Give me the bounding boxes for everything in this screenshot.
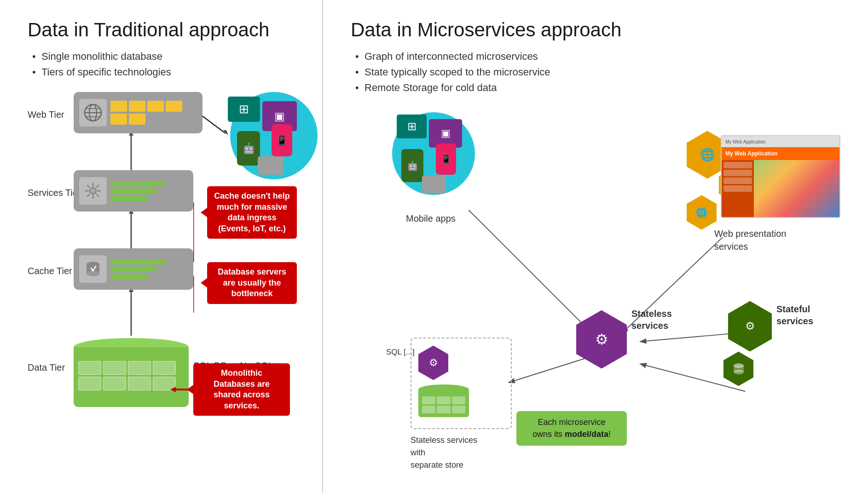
right-bullet-2: State typically scoped to the microservi… bbox=[355, 66, 850, 78]
services-tier-icon bbox=[79, 177, 107, 205]
mobile-pink: 📱 bbox=[436, 143, 456, 175]
svg-line-24 bbox=[469, 210, 591, 332]
webapp-body bbox=[722, 160, 839, 218]
svg-marker-19 bbox=[170, 387, 176, 392]
cache-tier-content bbox=[110, 259, 166, 279]
webapp-screenshot: My Web Application My Web Application bbox=[721, 135, 840, 218]
callout-arrow-cache bbox=[193, 202, 216, 262]
stateful-services-label: Statefulservices bbox=[776, 303, 813, 327]
services-tier-box bbox=[74, 170, 193, 212]
mobile-android: 🤖 bbox=[401, 149, 423, 182]
data-cylinder-grid bbox=[78, 361, 176, 390]
right-bullets: Graph of interconnected microservices St… bbox=[351, 51, 850, 94]
devices-cluster: ⊞ ▣ 🤖 📱 bbox=[221, 87, 322, 189]
sql-label: SQL [...] bbox=[386, 347, 415, 358]
stateless-with-store-label: Stateless serviceswithseparate store bbox=[411, 434, 477, 471]
right-panel: Data in Microservices approach Graph of … bbox=[322, 0, 868, 493]
hex-orange-globe-3: 🌐 bbox=[687, 195, 717, 229]
android-device: 🤖 bbox=[237, 131, 260, 166]
monolithic-callout: Monolithic Databases are shared across s… bbox=[193, 363, 290, 416]
left-title: Data in Traditional approach bbox=[28, 18, 308, 41]
data-tier-label: Data Tier bbox=[28, 362, 65, 373]
stateless-small-hex: ⚙ bbox=[418, 345, 448, 380]
services-tier-label: Services Tier bbox=[28, 188, 81, 198]
webapp-sidebar bbox=[722, 160, 754, 218]
left-bullets: Single monolithic database Tiers of spec… bbox=[28, 51, 308, 78]
green-callout: Each microserviceowns its model/data! bbox=[516, 411, 627, 445]
stateful-large-hex: ⚙ bbox=[728, 301, 772, 351]
db-bottleneck-callout: Database servers are usually the bottlen… bbox=[207, 262, 297, 304]
central-hex-purple: ⚙ bbox=[576, 310, 627, 368]
svg-point-32 bbox=[734, 370, 744, 374]
webapp-map bbox=[754, 160, 839, 218]
cache-tier-label: Cache Tier bbox=[28, 266, 72, 276]
left-panel: Data in Traditional approach Single mono… bbox=[0, 0, 322, 493]
sql-small-cylinder bbox=[418, 384, 469, 421]
bullet-2: Tiers of specific technologies bbox=[32, 66, 308, 78]
cache-tier-box bbox=[74, 248, 193, 290]
web-tier-label: Web Tier bbox=[28, 109, 64, 120]
mac-device bbox=[258, 156, 283, 175]
cache-callout: Cache doesn't help much for massive data… bbox=[207, 186, 297, 239]
callout-arrow bbox=[170, 385, 193, 394]
cache-tier-icon bbox=[79, 255, 107, 283]
stateful-sub-group bbox=[723, 351, 753, 386]
stateless-services-label: Statelessservices bbox=[631, 308, 687, 332]
mobile-mac bbox=[422, 176, 446, 193]
mobile-apps-cluster: ⊞ ▣ 🤖 📱 bbox=[388, 108, 489, 209]
web-tier-content bbox=[110, 101, 184, 125]
svg-point-14 bbox=[91, 189, 95, 193]
right-bullet-3: Remote Storage for cold data bbox=[355, 82, 850, 94]
stateless-services-box: ⚙ SQL [...] bbox=[411, 338, 512, 429]
mobile-windows: ⊞ bbox=[397, 115, 427, 138]
right-bullet-1: Graph of interconnected microservices bbox=[355, 51, 850, 63]
web-presentation-label: Web presentationservices bbox=[714, 227, 786, 253]
right-title: Data in Microservices approach bbox=[351, 18, 850, 41]
web-tier-icon bbox=[79, 99, 107, 126]
mobile-apps-label: Mobile apps bbox=[406, 213, 456, 224]
bullet-1: Single monolithic database bbox=[32, 51, 308, 63]
web-tier-box bbox=[74, 92, 203, 133]
pink-device: 📱 bbox=[272, 124, 292, 156]
traditional-diagram: Web Tier Services Tier Cache Tier Data T… bbox=[28, 92, 313, 423]
webapp-title-bar: My Web Application bbox=[722, 147, 839, 160]
stateful-small-hex-1 bbox=[723, 351, 753, 386]
callout-arrow-db bbox=[193, 276, 216, 313]
windows-device: ⊞ bbox=[228, 97, 260, 122]
webapp-header: My Web Application bbox=[722, 136, 839, 147]
webapp-main bbox=[754, 160, 839, 218]
microservices-diagram: ⊞ ▣ 🤖 📱 Mobile apps 🌐 🌐 🌐 Web presentati… bbox=[351, 108, 850, 485]
services-tier-content bbox=[110, 181, 166, 201]
central-stateless-group: ⚙ Statelessservices bbox=[576, 310, 627, 368]
